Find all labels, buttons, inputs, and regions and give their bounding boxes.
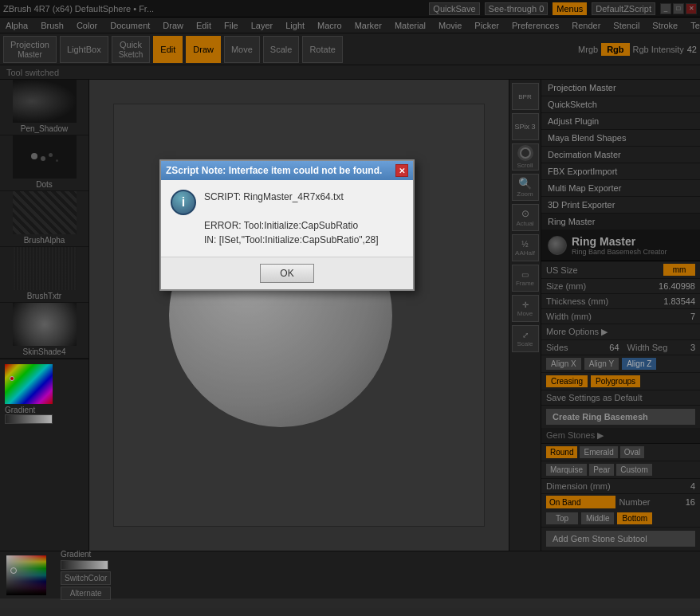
error-dialog: ZScript Note: Interface item could not b… — [159, 159, 415, 291]
dialog-overlay: ZScript Note: Interface item could not b… — [0, 0, 700, 616]
dialog-ok-btn[interactable]: OK — [260, 264, 313, 283]
dialog-error-line: ERROR: Tool:Initialize:CapSubRatio — [204, 218, 379, 233]
dialog-footer: OK — [161, 257, 413, 289]
dialog-body: i SCRIPT: RingMaster_4R7x64.txt ERROR: T… — [161, 180, 413, 257]
dialog-info-icon: i — [171, 190, 196, 215]
dialog-message: SCRIPT: RingMaster_4R7x64.txt ERROR: Too… — [204, 190, 379, 247]
dialog-title-bar: ZScript Note: Interface item could not b… — [161, 161, 413, 180]
dialog-title: ZScript Note: Interface item could not b… — [166, 165, 382, 176]
dialog-close-btn[interactable]: ✕ — [395, 164, 408, 177]
dialog-script-line: SCRIPT: RingMaster_4R7x64.txt — [204, 190, 379, 204]
dialog-in-line: IN: [ISet,"Tool:Initialize:CapSubRatio",… — [204, 233, 379, 247]
